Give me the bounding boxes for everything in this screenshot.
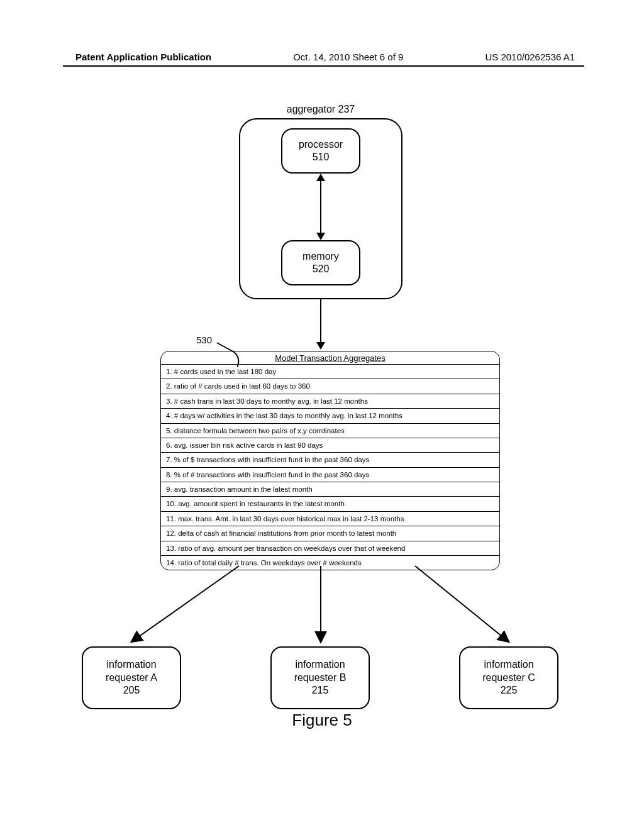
- requester-c-box: information requester C 225: [459, 646, 558, 709]
- header-left: Patent Application Publication: [75, 52, 211, 62]
- processor-box: processor 510: [281, 128, 360, 174]
- page-header: Patent Application Publication Oct. 14, …: [0, 52, 644, 62]
- processor-memory-arrow: [320, 180, 321, 234]
- svg-line-0: [132, 566, 239, 641]
- aggregates-table-title: Model Transaction Aggregates: [161, 351, 499, 365]
- processor-ref: 510: [313, 151, 330, 163]
- aggregates-table: Model Transaction Aggregates 1. # cards …: [160, 351, 500, 570]
- memory-ref: 520: [313, 263, 330, 275]
- requester-c-ref: 225: [501, 684, 518, 697]
- svg-line-2: [415, 566, 508, 641]
- requester-c-line2: requester C: [482, 672, 535, 685]
- figure-diagram: aggregator 237 processor 510 memory 520 …: [63, 88, 579, 755]
- requester-b-line1: information: [295, 658, 345, 672]
- header-center: Oct. 14, 2010 Sheet 6 of 9: [293, 52, 403, 62]
- table-row: 6. avg. issuer bin risk active cards in …: [161, 438, 499, 453]
- table-row: 13. ratio of avg. amount per transaction…: [161, 541, 499, 556]
- requester-b-ref: 215: [312, 684, 329, 697]
- ref-530-label: 530: [196, 335, 212, 345]
- header-rule: [63, 65, 584, 67]
- table-row: 8. % of # transactions with insufficient…: [161, 468, 499, 482]
- header-right: US 2010/0262536 A1: [485, 52, 575, 62]
- table-row: 1. # cards used in the last 180 day: [161, 365, 499, 379]
- table-row: 10. avg. amount spent in restaurants in …: [161, 497, 499, 511]
- processor-label: processor: [299, 138, 343, 151]
- requester-b-box: information requester B 215: [270, 646, 370, 709]
- table-row: 5. distance formula between two pairs of…: [161, 424, 499, 438]
- table-row: 3. # cash trans in last 30 days to month…: [161, 394, 499, 409]
- requester-a-box: information requester A 205: [82, 646, 181, 709]
- requester-c-line1: information: [484, 658, 533, 672]
- table-row: 9. avg. transaction amount in the latest…: [161, 482, 499, 497]
- table-row: 14. ratio of total daily # trans. On wee…: [161, 556, 499, 570]
- figure-caption: Figure 5: [292, 711, 352, 730]
- aggregator-box: processor 510 memory 520: [239, 118, 402, 299]
- memory-label: memory: [303, 250, 339, 263]
- table-row: 12. delta of cash at financial instituti…: [161, 526, 499, 541]
- requester-b-line2: requester B: [294, 672, 347, 685]
- table-row: 2. ratio of # cards used in last 60 days…: [161, 379, 499, 394]
- table-row: 11. max. trans. Amt. in last 30 days ove…: [161, 512, 499, 526]
- requester-a-line1: information: [106, 658, 156, 672]
- aggregator-label: aggregator 237: [287, 104, 355, 115]
- memory-box: memory 520: [281, 240, 360, 285]
- table-row: 7. % of $ transactions with insufficient…: [161, 453, 499, 467]
- requester-a-line2: requester A: [106, 672, 157, 685]
- aggregator-to-table-arrow: [320, 299, 321, 343]
- table-row: 4. # days w/ activities in the last 30 d…: [161, 409, 499, 423]
- requester-a-ref: 205: [123, 684, 140, 697]
